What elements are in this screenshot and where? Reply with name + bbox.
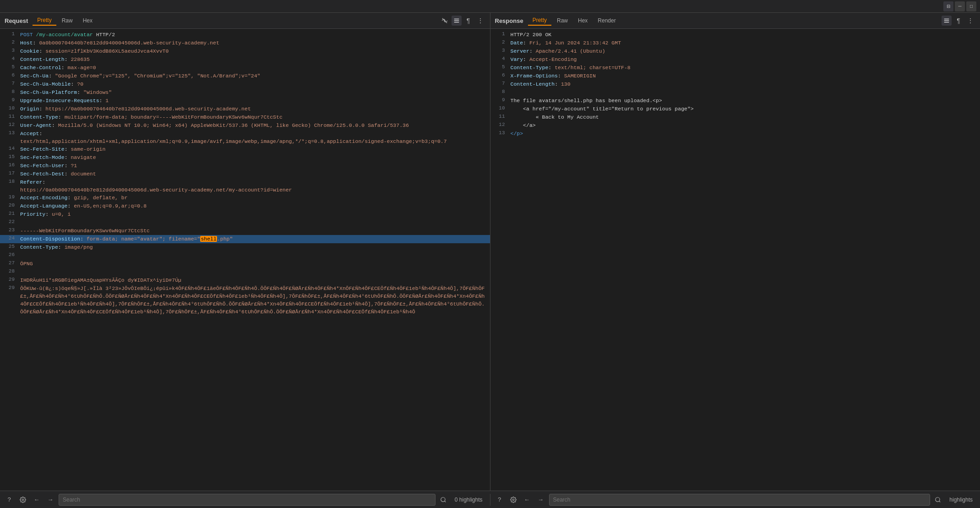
line-number: 29 — [4, 284, 15, 290]
svg-point-8 — [441, 497, 445, 501]
svg-rect-4 — [944, 19, 949, 19]
code-line-6: 7Sec-Ch-Ua-Mobile: ?0 — [0, 80, 490, 88]
code-line-10: 11Content-Type: multipart/form-data; bou… — [0, 113, 490, 121]
line-number: 1 — [4, 31, 15, 37]
code-line-3: 4Content-Length: 228635 — [0, 55, 490, 64]
response-search-input[interactable] — [549, 494, 931, 506]
code-line-2: 3Cookie: session=zlflKbV3KodB86XL5aeudJv… — [0, 47, 490, 55]
tab-response-pretty[interactable]: Pretty — [528, 16, 551, 26]
response-back-icon[interactable]: ← — [522, 494, 533, 505]
list-icon[interactable] — [452, 16, 462, 26]
code-line-7: 8Sec-Ch-Ua-Platform: "Windows" — [0, 88, 490, 97]
code-line-15: 16Sec-Fetch-User: ?1 — [0, 162, 490, 170]
minimize-button[interactable]: ─ — [955, 1, 965, 11]
response-menu-icon[interactable]: ⋮ — [965, 16, 975, 26]
eye-slash-icon[interactable] — [440, 16, 450, 26]
svg-rect-5 — [944, 20, 949, 21]
line-content: Accept-Language: en-US,en;q=0.9,ar;q=0.8 — [20, 202, 486, 210]
line-number: 15 — [4, 153, 15, 159]
newline-icon[interactable]: ¶ — [463, 16, 474, 26]
line-number: 8 — [4, 88, 15, 94]
line-number: 23 — [4, 227, 15, 233]
bottom-bar: ? ← → 0 highlights ? ← → — [0, 491, 980, 508]
request-header: Request Pretty Raw Hex — [0, 13, 490, 29]
request-panel: Request Pretty Raw Hex — [0, 13, 490, 491]
menu-icon[interactable]: ⋮ — [475, 16, 485, 26]
code-line-24: 25Content-Type: image/png — [0, 243, 490, 251]
line-number: 28 — [4, 268, 15, 274]
tab-request-hex[interactable]: Hex — [78, 16, 97, 25]
line-content: POST /my-account/avatar HTTP/2 — [20, 31, 486, 38]
svg-line-0 — [442, 18, 447, 23]
tab-response-raw[interactable]: Raw — [552, 16, 572, 25]
response-highlights-badge: highlights — [946, 497, 976, 503]
line-number: 2 — [494, 39, 505, 45]
response-newline-icon[interactable]: ¶ — [953, 16, 964, 26]
line-content: Server: Apache/2.4.41 (Ubuntu) — [511, 47, 977, 55]
line-number: 3 — [494, 47, 505, 53]
code-line-10: 11 « Back to My Account — [490, 113, 980, 121]
line-content: <a href="/my-account" title="Return to p… — [511, 105, 977, 113]
line-content: Content-Type: text/html; charset=UTF-8 — [511, 64, 977, 71]
line-content: HTTP/2 200 OK — [511, 31, 977, 38]
code-line-27: 28 — [0, 268, 490, 276]
response-toolbar: ¶ ⋮ — [942, 16, 975, 26]
code-line-5: 6X-Frame-Options: SAMEORIGIN — [490, 72, 980, 80]
line-number: 12 — [494, 121, 505, 127]
code-line-8: 9The file avatars/shell.php has been upl… — [490, 97, 980, 105]
response-code-area[interactable]: 1HTTP/2 200 OK2Date: Fri, 14 Jun 2024 21… — [490, 29, 980, 491]
response-bottom-bar: ? ← → highlights — [490, 494, 980, 506]
line-number: 5 — [494, 64, 505, 70]
line-content: Content-Length: 130 — [511, 80, 977, 88]
maximize-button[interactable]: □ — [966, 1, 976, 11]
line-content: Content-Disposition: form-data; name="av… — [20, 235, 486, 243]
line-number: 9 — [4, 97, 15, 103]
line-content: Sec-Fetch-Dest: document — [20, 170, 486, 178]
code-line-5: 6Sec-Ch-Ua: "Google Chrome";v="125", "Ch… — [0, 72, 490, 80]
line-content: Vary: Accept-Encoding — [511, 55, 977, 63]
response-help-icon[interactable]: ? — [494, 494, 505, 505]
line-number: 7 — [494, 80, 505, 86]
line-content: Upgrade-Insecure-Requests: 1 — [20, 97, 486, 104]
line-content: Accept: text/html,application/xhtml+xml,… — [20, 130, 486, 145]
line-number: 6 — [494, 72, 505, 78]
line-content: Sec-Ch-Ua-Mobile: ?0 — [20, 80, 486, 88]
request-search-button[interactable] — [438, 496, 448, 504]
line-number: 24 — [4, 235, 15, 241]
line-number: 4 — [494, 55, 505, 61]
line-content: Content-Type: multipart/form-data; bound… — [20, 113, 486, 121]
tab-response-hex[interactable]: Hex — [573, 16, 592, 25]
request-settings-icon[interactable] — [17, 494, 28, 505]
response-search-button[interactable] — [933, 496, 943, 504]
response-header: Response Pretty Raw Hex Render ¶ ⋮ — [490, 13, 980, 29]
response-forward-icon[interactable]: → — [535, 494, 546, 505]
line-number: 18 — [4, 178, 15, 184]
line-content: ------WebKitFormBoundaryKSwv6wNqur7CtcSt… — [20, 227, 486, 235]
code-line-8: 9Upgrade-Insecure-Requests: 1 — [0, 97, 490, 105]
response-tabs: Pretty Raw Hex Render — [528, 16, 621, 26]
line-content: X-Frame-Options: SAMEORIGIN — [511, 72, 977, 80]
code-line-22: 23------WebKitFormBoundaryKSwv6wNqur7Ctc… — [0, 227, 490, 235]
request-help-icon[interactable]: ? — [4, 494, 15, 505]
response-list-icon[interactable] — [942, 16, 952, 26]
line-number: 21 — [4, 210, 15, 216]
response-panel: Response Pretty Raw Hex Render ¶ ⋮ — [490, 13, 980, 491]
request-back-icon[interactable]: ← — [31, 494, 42, 505]
line-content: Date: Fri, 14 Jun 2024 21:33:42 GMT — [511, 39, 977, 47]
split-view-button[interactable]: ⊟ — [943, 1, 953, 11]
code-line-19: 20Accept-Language: en-US,en;q=0.9,ar;q=0… — [0, 202, 490, 210]
code-line-29: 29ÕÕKUw-û(B¿:s)öqeÑ§»J[.»Ïlà 3²23»JÕvÕIe… — [0, 284, 490, 316]
tab-response-render[interactable]: Render — [593, 16, 620, 25]
tab-request-pretty[interactable]: Pretty — [33, 16, 56, 26]
line-number: 5 — [4, 64, 15, 70]
code-line-6: 7Content-Length: 130 — [490, 80, 980, 88]
request-forward-icon[interactable]: → — [45, 494, 56, 505]
line-number: 11 — [4, 113, 15, 119]
line-content: Sec-Fetch-User: ?1 — [20, 162, 486, 169]
code-line-12: 13</p> — [490, 130, 980, 138]
request-search-input[interactable] — [59, 494, 436, 506]
line-content: Sec-Fetch-Site: same-origin — [20, 145, 486, 153]
response-settings-icon[interactable] — [508, 494, 519, 505]
tab-request-raw[interactable]: Raw — [57, 16, 77, 25]
request-code-area[interactable]: 1POST /my-account/avatar HTTP/22Host: 0a… — [0, 29, 490, 491]
